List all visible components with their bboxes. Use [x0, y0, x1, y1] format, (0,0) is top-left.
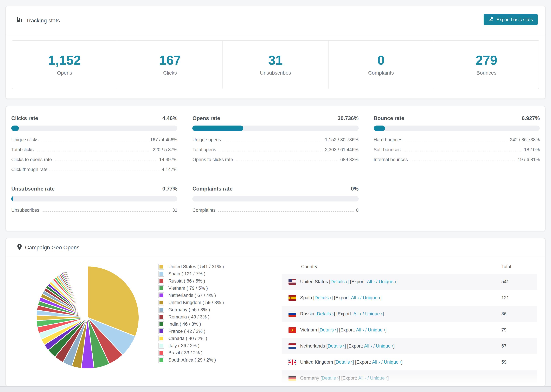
flag-nl-icon	[289, 343, 296, 349]
export-basic-stats-button[interactable]: Export basic stats	[484, 14, 538, 25]
rate-block-clicks-rate: Clicks rate4.46%Unique clicks167 / 4.456…	[11, 115, 177, 177]
rate-title: Bounce rate	[374, 115, 404, 121]
page-title: Tracking stats	[26, 17, 60, 24]
stat-row: Click through rate4.147%	[11, 167, 177, 177]
legend-item-germany[interactable]: Germany ( 55 / 3% )	[158, 306, 224, 313]
details-link[interactable]: Details ›	[315, 295, 332, 300]
dotted-leader	[405, 141, 507, 141]
export-icon	[488, 16, 494, 23]
total-column-header: Total	[501, 264, 537, 269]
link-separator: /	[375, 279, 379, 284]
progress-track	[192, 196, 359, 202]
link-separator: /	[366, 376, 370, 381]
summary-cell-clicks: 167Clicks	[117, 41, 223, 89]
export-all-link[interactable]: All ›	[356, 327, 364, 332]
export-unique-link[interactable]: Unique ›	[376, 343, 393, 349]
table-row-us: United States [Details ›] [Export: All ›…	[282, 274, 537, 290]
table-row-de: Germany [Details ›] [Export: All › / Uni…	[282, 370, 537, 386]
legend-item-united-states[interactable]: United States ( 541 / 31% )	[158, 263, 224, 270]
legend-item-vietnam[interactable]: Vietnam ( 79 / 5% )	[158, 285, 224, 292]
rate-title: Unsubscribe rate	[11, 186, 55, 192]
country-column-header: Country	[282, 264, 501, 269]
summary-row: 1,152Opens167Clicks31Unsubscribes0Compla…	[12, 40, 539, 89]
legend-item-russia[interactable]: Russia ( 86 / 5% )	[158, 277, 224, 285]
rate-title: Clicks rate	[11, 115, 38, 121]
flag-ru-icon	[289, 311, 296, 317]
legend-label: United States ( 541 / 31% )	[168, 264, 224, 269]
stat-label: Soft bounces	[374, 147, 401, 152]
legend-swatch	[158, 350, 164, 356]
country-links: United States [Details ›] [Export: All ›…	[300, 279, 397, 284]
stat-row: Unique clicks167 / 4.456%	[11, 137, 177, 147]
country-cell: Germany [Details ›] [Export: All › / Uni…	[282, 375, 501, 381]
details-link[interactable]: Details ›	[330, 279, 347, 284]
legend-item-italy[interactable]: Italy ( 36 / 2% )	[158, 342, 224, 349]
progress-track	[11, 126, 177, 131]
export-all-link[interactable]: All ›	[353, 311, 361, 316]
legend-item-romania[interactable]: Romania ( 49 / 3% )	[158, 313, 224, 321]
rate-title: Opens rate	[192, 115, 220, 121]
export-all-link[interactable]: All ›	[351, 295, 359, 300]
link-separator: /	[372, 343, 376, 349]
flag-es-icon	[289, 295, 296, 301]
details-link[interactable]: Details ›	[320, 327, 337, 332]
legend-label: Vietnam ( 79 / 5% )	[168, 286, 208, 291]
stat-row: Soft bounces18 / 0%	[374, 147, 540, 157]
legend-label: Netherlands ( 67 / 4% )	[168, 293, 216, 298]
table-row-nl: Netherlands [Details ›] [Export: All › /…	[282, 338, 537, 354]
rate-block-opens-rate: Opens rate30.736%Unique opens1,152 / 30.…	[192, 115, 359, 177]
export-unique-link[interactable]: Unique ›	[379, 279, 396, 284]
stat-value: 18 / 0%	[524, 147, 540, 152]
country-cell: Spain [Details ›] [Export: All › / Uniqu…	[282, 295, 501, 301]
total-cell: 67	[501, 343, 537, 349]
export-all-link[interactable]: All ›	[372, 359, 380, 365]
legend-swatch	[158, 307, 164, 313]
progress-fill	[11, 126, 19, 131]
tracking-stats-title-wrap: Tracking stats	[17, 17, 60, 24]
country-links: Russia [Details ›] [Export: All › / Uniq…	[300, 311, 384, 316]
details-link[interactable]: Details ›	[336, 359, 353, 365]
legend-item-united-kingdom[interactable]: United Kingdom ( 59 / 3% )	[158, 299, 224, 306]
stat-value: 4.147%	[162, 167, 177, 172]
flag-us-icon	[289, 279, 296, 284]
legend-item-spain[interactable]: Spain ( 121 / 7% )	[158, 270, 224, 277]
stat-value: 0	[356, 208, 359, 213]
legend-label: South Africa ( 29 / 2% )	[168, 357, 216, 363]
rate-value: 6.927%	[522, 115, 540, 121]
table-row-gb: United Kingdom [Details ›] [Export: All …	[282, 354, 537, 370]
details-link[interactable]: Details ›	[328, 343, 345, 349]
dotted-leader	[50, 171, 159, 171]
export-all-link[interactable]: All ›	[367, 279, 375, 284]
export-unique-link[interactable]: Unique ›	[370, 376, 387, 381]
export-unique-link[interactable]: Unique ›	[384, 359, 401, 365]
legend-item-india[interactable]: India ( 46 / 3% )	[158, 321, 224, 328]
legend-item-france[interactable]: France ( 42 / 2% )	[158, 328, 224, 335]
export-all-link[interactable]: All ›	[358, 376, 366, 381]
legend-swatch	[158, 321, 164, 327]
details-link[interactable]: Details ›	[322, 376, 339, 381]
legend-item-south-africa[interactable]: South Africa ( 29 / 2% )	[158, 357, 224, 364]
legend-item-netherlands[interactable]: Netherlands ( 67 / 4% )	[158, 292, 224, 299]
progress-fill	[192, 126, 243, 131]
geo-title-wrap: Campaign Geo Opens	[17, 244, 79, 252]
legend-label: France ( 42 / 2% )	[168, 329, 205, 334]
details-link[interactable]: Details ›	[317, 311, 334, 316]
export-unique-link[interactable]: Unique ›	[365, 311, 383, 316]
legend-item-brazil[interactable]: Brazil ( 33 / 2% )	[158, 349, 224, 357]
dotted-leader	[219, 151, 323, 151]
legend-item-canada[interactable]: Canada ( 40 / 2% )	[158, 335, 224, 342]
export-all-link[interactable]: All ›	[364, 343, 372, 349]
export-unique-link[interactable]: Unique ›	[368, 327, 385, 332]
legend-label: Russia ( 86 / 5% )	[168, 279, 205, 284]
stat-value: 14.497%	[159, 157, 177, 162]
legend-label: Germany ( 55 / 3% )	[168, 307, 210, 312]
export-unique-link[interactable]: Unique ›	[363, 295, 380, 300]
rate-heading: Unsubscribe rate0.77%	[11, 186, 177, 192]
stat-value: 31	[172, 208, 177, 213]
stat-value: 2,303 / 61.446%	[325, 147, 359, 152]
rate-value: 0.77%	[162, 186, 177, 192]
dotted-leader	[36, 151, 150, 151]
total-cell: 86	[501, 311, 537, 316]
summary-label: Unsubscribes	[260, 70, 291, 76]
stat-label: Total opens	[192, 147, 216, 152]
